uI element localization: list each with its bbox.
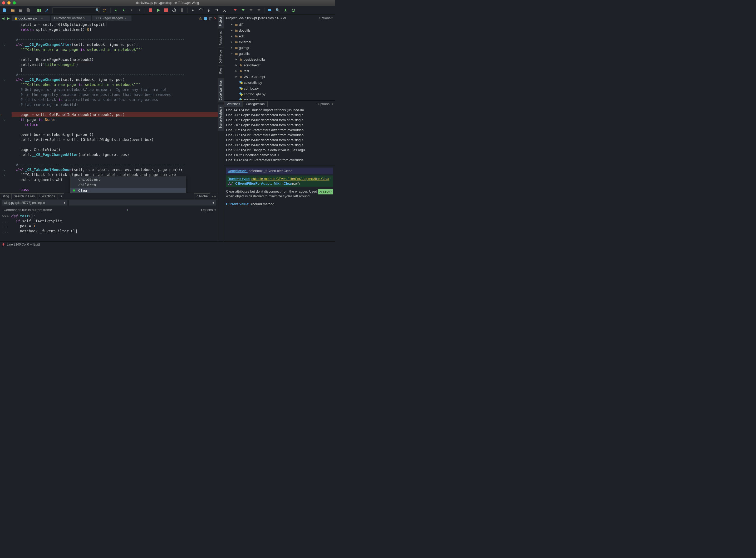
run-to-cursor-icon[interactable] [222, 8, 227, 13]
warning-row[interactable]: Line 1306: PyLint: Parameters differ fro… [226, 157, 333, 162]
fold-toggle-icon[interactable]: ▽ [4, 117, 5, 122]
close-window-button[interactable] [2, 1, 5, 4]
warning-row[interactable]: Line 880: Pep8: W602 deprecated form of … [226, 143, 333, 148]
file-tab-dockview[interactable]: 🔒 dockview.py ▾ [11, 16, 50, 21]
vertical-tab[interactable]: Code Warnings [218, 78, 224, 102]
debug-file-icon[interactable] [148, 8, 153, 13]
close-tab-icon[interactable]: ✕ [214, 16, 217, 20]
tree-item[interactable]: ▶🖿WGuiCppImpl [224, 74, 335, 80]
code-line[interactable] [11, 32, 218, 37]
code-line[interactable] [11, 52, 218, 57]
step-over-icon[interactable] [198, 8, 203, 13]
code-line[interactable]: """Called when a new page is selected in… [11, 82, 218, 87]
tree-item[interactable]: ▶🖿external [224, 39, 335, 45]
status-error-icon[interactable]: ✱ [2, 243, 5, 246]
warning-row[interactable]: Line 876: Pep8: W602 deprecated form of … [226, 137, 333, 143]
stack-frame-icon[interactable] [240, 8, 246, 13]
code-line[interactable]: self._fActiveSplit = self._fGtkSplitWidg… [11, 137, 218, 142]
tree-item[interactable]: dialogs.py [224, 97, 335, 100]
tree-expand-icon[interactable]: ▶ [231, 41, 233, 43]
tree-expand-icon[interactable]: ▶ [235, 58, 238, 60]
code-line[interactable]: self.emit('title-changed') [11, 62, 218, 67]
code-line[interactable]: #---------------------------------------… [11, 37, 218, 42]
code-line[interactable]: self.__EnsurePageFocus(notebook2) [11, 57, 218, 62]
split-icon[interactable]: ◫ [209, 16, 212, 20]
warning-row[interactable]: Line 206: Pep8: W602 deprecated form of … [226, 112, 333, 118]
project-tree[interactable]: ▶🖿diff▶🖿docutils▶🖿edit▶🖿external▶🖿guimgr… [224, 21, 335, 100]
configuration-tab[interactable]: Configuration [243, 101, 267, 107]
autocomplete-item[interactable]: childEvent [70, 177, 186, 182]
stack-down-icon[interactable] [249, 8, 254, 13]
warning-row[interactable]: Line 923: PyLint: Dangerous default valu… [226, 148, 333, 153]
download-icon[interactable] [283, 8, 288, 13]
bottom-tab-probe[interactable]: g Probe [194, 194, 210, 199]
bookmark-prev-icon[interactable]: ★ [129, 8, 134, 13]
tree-item[interactable]: ▶🖿docutils [224, 27, 335, 33]
search-icon[interactable]: 🔍 [94, 8, 101, 12]
warnings-list[interactable]: Line 14: PyLint: Unused import itertools… [224, 107, 335, 165]
probe-line[interactable]: ... if self._fActiveSplit [2, 219, 216, 224]
code-line[interactable]: return [11, 122, 218, 127]
tree-item[interactable]: ▶🖿diff [224, 22, 335, 27]
find-icon[interactable]: 🔍 [275, 8, 280, 13]
warnings-options-button[interactable]: Options [318, 102, 332, 106]
warning-row[interactable]: Line 866: PyLint: Parameters differ from… [226, 132, 333, 137]
scope-class-dropdown[interactable]: CNotebookContainer▾ [51, 16, 91, 21]
autocomplete-popup[interactable]: childEventchildrenClearconnectNotifycust… [70, 177, 186, 193]
code-line[interactable]: page = self._GetPanelInNotebook(notebook… [11, 112, 218, 117]
code-line[interactable] [11, 127, 218, 132]
tree-item[interactable]: colorutils.py [224, 80, 335, 85]
tree-expand-icon[interactable]: ▶ [235, 70, 238, 72]
indent-icon[interactable] [36, 8, 42, 13]
warning-row[interactable]: Line 14: PyLint: Unused import itertools… [226, 107, 333, 112]
pause-icon[interactable] [179, 8, 185, 13]
code-line[interactable]: # tab removing in rebuild) [11, 102, 218, 107]
warning-row[interactable]: Line 1182: Undefined name: split_i [226, 153, 333, 157]
code-line[interactable]: def __CB_PageChanged(self, notebook, ign… [11, 77, 218, 82]
bookmark-clear-icon[interactable]: ★ [137, 8, 142, 13]
warning-row[interactable]: Line 637: PyLint: Parameters differ from… [226, 128, 333, 132]
code-line[interactable]: split_w = self._fGtkSplitWidgets[split] [11, 22, 218, 27]
goto-icon[interactable] [45, 8, 50, 13]
probe-line[interactable]: >>> def test(): [2, 214, 216, 219]
code-line[interactable]: #---------------------------------------… [11, 162, 218, 167]
stack-up-icon[interactable] [233, 8, 238, 13]
tree-expand-icon[interactable]: ▶ [231, 35, 233, 37]
bottom-tab-search[interactable]: Search in Files [11, 194, 37, 199]
tree-item[interactable]: ▶🖿scintillaedit [224, 62, 335, 68]
tree-expand-icon[interactable]: ▼ [231, 52, 233, 55]
code-line[interactable]: # (this callback is also called as a sid… [11, 97, 218, 102]
code-line[interactable]: # Get page for given notebook/tab number… [11, 87, 218, 92]
minimize-window-button[interactable] [7, 1, 10, 4]
tree-item[interactable]: ▼🖿guiutils [224, 51, 335, 56]
nav-forward-icon[interactable]: ▶ [6, 16, 10, 20]
bottom-options-dropdown-icon[interactable]: ▾ [214, 208, 216, 212]
nav-back-icon[interactable]: ◀ [1, 16, 5, 20]
fold-toggle-icon[interactable]: ▽ [4, 172, 5, 177]
open-file-icon[interactable] [10, 8, 15, 13]
tree-expand-icon[interactable]: ▶ [235, 64, 238, 67]
save-all-icon[interactable] [26, 8, 31, 13]
vertical-tab[interactable]: Diff/Merge [218, 48, 224, 66]
code-line[interactable] [11, 157, 218, 162]
bottom-tab-scroll-icon[interactable]: ◂ ▸ [210, 194, 218, 198]
fold-toggle-icon[interactable]: ▽ [4, 167, 5, 172]
probe-line[interactable]: ... pos = 1 [2, 224, 216, 229]
autocomplete-item[interactable]: children [70, 182, 186, 188]
replace-icon[interactable]: ABCD [102, 8, 108, 13]
tree-expand-icon[interactable]: ▶ [231, 29, 233, 32]
zoom-window-button[interactable] [12, 1, 16, 4]
code-editor[interactable]: ▽▽►▽▽▽ split_w = self._fGtkSplitWidgets[… [0, 22, 218, 193]
probe-line[interactable]: ... notebook._fEventFilter.Cl| [2, 229, 216, 234]
new-file-icon[interactable] [2, 8, 7, 13]
code-line[interactable]: self.__CB_PageChangedAfter(notebook, ign… [11, 152, 218, 157]
toolbar-search-input[interactable] [53, 8, 94, 12]
code-line[interactable]: #---------------------------------------… [11, 72, 218, 77]
code-line[interactable]: # in the registry because these are posi… [11, 92, 218, 97]
code-line[interactable]: page._CreateView() [11, 147, 218, 152]
step-return-icon[interactable] [214, 8, 219, 13]
tree-item[interactable]: ▶🖿guimgr [224, 45, 335, 51]
step-into-icon[interactable] [190, 8, 195, 13]
tree-item[interactable]: combo_qt4.py [224, 91, 335, 97]
code-line[interactable]: """Called after a new page is selected i… [11, 47, 218, 52]
